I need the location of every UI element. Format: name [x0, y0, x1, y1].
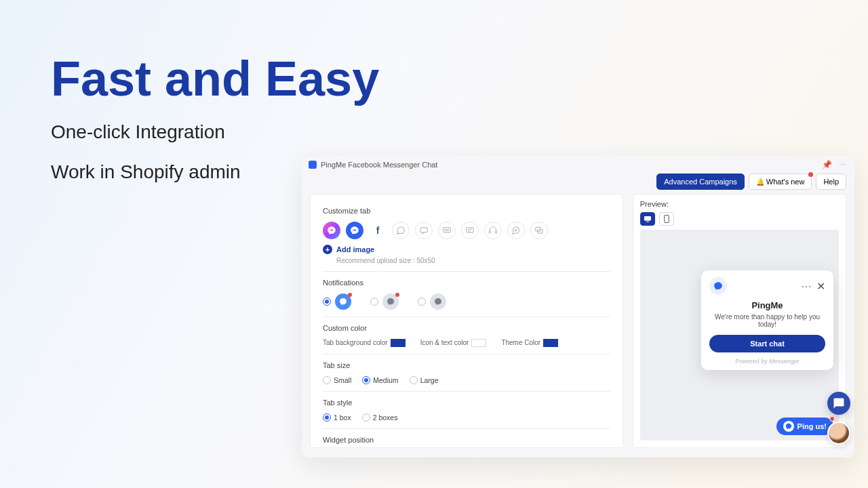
chat-multi-icon[interactable] — [530, 222, 548, 239]
svg-rect-5 — [467, 228, 474, 232]
svg-point-4 — [448, 230, 449, 230]
size-large-option[interactable]: Large — [410, 376, 439, 384]
settings-panel: Customize tab f + Add image — [310, 194, 623, 448]
section-tab-style: Tab style 1 box 2 boxes — [323, 399, 610, 429]
notification-dot — [808, 172, 813, 177]
start-chat-button[interactable]: Start chat — [709, 335, 825, 352]
section-customize-tab: Customize tab f + Add image — [323, 207, 610, 272]
svg-rect-12 — [665, 216, 669, 223]
titlebar: PingMe Facebook Messenger Chat 📌 ⋯ — [302, 156, 854, 174]
chat-menu-icon[interactable]: ⋯ — [801, 280, 812, 293]
messenger-gradient-icon[interactable] — [323, 222, 340, 239]
svg-rect-10 — [644, 216, 651, 221]
chat-close-icon[interactable]: ✕ — [816, 280, 825, 293]
pin-icon[interactable]: 📌 — [822, 160, 832, 169]
notif-variant-2-icon — [382, 293, 399, 310]
preview-desktop-button[interactable] — [640, 212, 655, 226]
chat-bubble-2-icon[interactable] — [415, 222, 433, 239]
upload-hint: Recommend upload size : 50x50 — [336, 257, 610, 264]
tab-size-label: Tab size — [323, 361, 610, 369]
section-tab-size: Tab size Small Medium Large — [323, 361, 610, 392]
hero-sub-1: One-click Integration — [51, 119, 379, 146]
svg-rect-11 — [646, 222, 649, 222]
notif-variant-1-icon — [335, 293, 351, 310]
style-1box-option[interactable]: 1 box — [323, 413, 351, 422]
theme-color-label: Theme Color — [501, 339, 540, 346]
customize-tab-label: Customize tab — [323, 207, 610, 215]
section-custom-color: Custom color Tab background color Icon &… — [323, 324, 610, 354]
help-button[interactable]: Help — [816, 174, 846, 190]
icon-text-color-label: Icon & text color — [420, 339, 469, 346]
headset-icon[interactable] — [484, 222, 502, 239]
window-menu-icon[interactable]: ⋯ — [839, 161, 848, 169]
preview-canvas: ⋯ ✕ PingMe We're more than happy to help… — [640, 230, 839, 441]
messenger-widget-icon — [783, 421, 794, 432]
section-widget-position: Widget position — [323, 436, 610, 448]
facebook-icon[interactable]: f — [369, 222, 387, 239]
widget-position-label: Widget position — [323, 436, 610, 444]
whats-new-button[interactable]: 🔔What's new — [749, 174, 812, 190]
svg-rect-6 — [489, 231, 490, 234]
notification-option-3[interactable] — [418, 293, 446, 310]
section-notifications: Notifications — [323, 279, 610, 317]
svg-rect-7 — [496, 231, 497, 234]
size-medium-option[interactable]: Medium — [362, 376, 398, 384]
preview-panel: Preview: ⋯ ✕ PingMe We're more than happ… — [633, 194, 846, 448]
tab-style-label: Tab style — [323, 399, 610, 407]
svg-point-2 — [445, 230, 446, 230]
chat-bubble-4-icon[interactable] — [461, 222, 479, 239]
add-image-button[interactable]: + Add image — [323, 245, 610, 254]
svg-rect-0 — [420, 228, 428, 232]
ping-us-pill[interactable]: Ping us! — [776, 418, 833, 435]
app-title: PingMe Facebook Messenger Chat — [321, 161, 437, 169]
support-avatar[interactable] — [827, 422, 850, 445]
chat-bubble-1-icon[interactable] — [392, 222, 410, 239]
chat-subtitle: We're more than happy to help you today! — [709, 313, 825, 328]
bell-icon: 🔔 — [756, 178, 764, 186]
notif-variant-3-icon — [430, 293, 446, 310]
chat-preview-card: ⋯ ✕ PingMe We're more than happy to help… — [701, 270, 833, 370]
svg-point-3 — [446, 230, 447, 230]
chat-title: PingMe — [709, 300, 825, 310]
preview-label: Preview: — [633, 195, 846, 212]
notification-option-1[interactable] — [323, 293, 351, 310]
radio-icon — [370, 298, 378, 306]
toolbar: Advanced Campaigns 🔔What's new Help — [302, 174, 854, 194]
icon-picker-row: f — [323, 222, 610, 239]
chat-bubble-5-icon[interactable] — [507, 222, 525, 239]
size-small-option[interactable]: Small — [323, 376, 351, 384]
custom-color-label: Custom color — [323, 324, 610, 332]
plus-icon: + — [323, 245, 332, 254]
notification-dot — [829, 416, 835, 422]
icon-text-color-swatch[interactable] — [471, 339, 486, 347]
theme-color-swatch[interactable] — [543, 339, 558, 347]
chat-footer: Powered by Messenger — [709, 358, 825, 365]
tab-bg-color-label: Tab background color — [323, 339, 388, 346]
app-window: PingMe Facebook Messenger Chat 📌 ⋯ Advan… — [302, 156, 854, 458]
hero-headline: Fast and Easy — [51, 51, 379, 106]
radio-icon — [323, 298, 331, 306]
app-logo-icon — [309, 161, 317, 169]
advanced-campaigns-button[interactable]: Advanced Campaigns — [656, 174, 745, 190]
preview-mobile-button[interactable] — [659, 212, 674, 226]
messenger-solid-icon[interactable] — [346, 222, 363, 239]
radio-icon — [418, 298, 426, 306]
notifications-label: Notifications — [323, 279, 610, 287]
chat-bubble-3-icon[interactable] — [438, 222, 456, 239]
notification-option-2[interactable] — [370, 293, 399, 310]
chat-logo-icon — [709, 277, 727, 295]
floating-chat-button[interactable] — [827, 392, 850, 415]
tab-bg-color-swatch[interactable] — [391, 339, 406, 347]
style-2box-option[interactable]: 2 boxes — [362, 413, 398, 422]
